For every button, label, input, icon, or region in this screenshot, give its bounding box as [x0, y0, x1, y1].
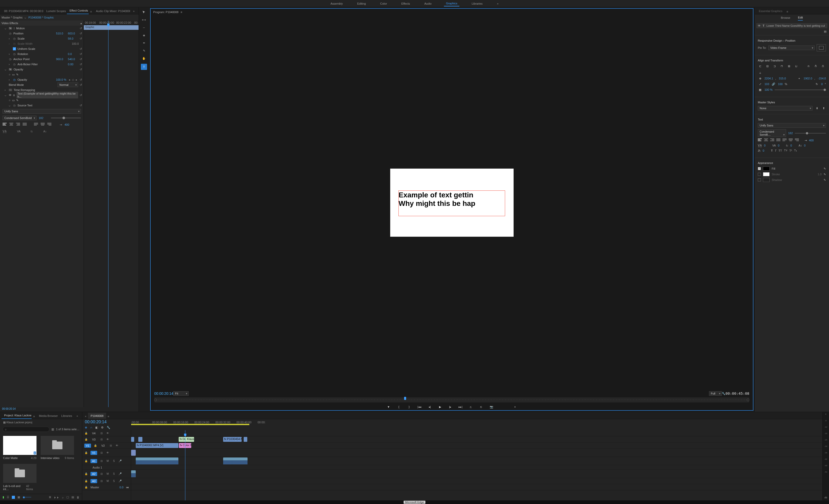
collapse-icon[interactable]: ⏮ [126, 486, 129, 489]
text-bounding-box[interactable]: Example of text gettin Why might this be… [398, 190, 505, 216]
solo-icon[interactable]: S [112, 460, 116, 462]
shadow-checkbox[interactable] [758, 178, 761, 181]
mark-in-icon[interactable]: { [397, 404, 401, 409]
fill-swatch[interactable] [763, 167, 770, 171]
flicker-value[interactable]: 0.00 [68, 63, 78, 66]
master-style-dropdown[interactable]: None [758, 106, 813, 110]
eg-font-size[interactable]: 182 [788, 132, 793, 135]
reset-icon[interactable]: ↺ [80, 47, 82, 50]
fill-checkbox[interactable]: ✓ [758, 167, 761, 170]
baseline-val[interactable]: 0 [804, 144, 805, 147]
eyedropper-icon[interactable]: ✎ [824, 167, 826, 170]
position-x[interactable]: 510.0 [56, 32, 66, 35]
prev-keyframe-icon[interactable]: ◂ [68, 78, 71, 81]
align-bottom-edges-icon[interactable]: ⊔ [794, 64, 798, 68]
clip[interactable] [131, 437, 134, 442]
opacity-slider[interactable] [774, 89, 826, 90]
tabs-overflow-icon[interactable]: » [131, 8, 137, 14]
settings-icon[interactable]: ⚙ [101, 426, 104, 429]
fx-badge[interactable]: fx [9, 27, 12, 30]
va-kerning-icon[interactable]: V̲A̲ [758, 144, 762, 147]
panel-menu-icon[interactable]: ≡ [107, 414, 110, 419]
master-label[interactable]: Master [91, 486, 99, 489]
kerning-va-icon[interactable]: V̲A̲ [3, 130, 7, 133]
collapse-up-icon[interactable]: ▴ [80, 22, 82, 25]
anch-x[interactable]: 1902.0 [803, 77, 812, 80]
canvas-text-line1[interactable]: Example of text gettin [399, 191, 505, 200]
new-layer-icon[interactable]: ▤ [824, 30, 826, 33]
twirl-icon[interactable]: › [9, 78, 11, 81]
scale-h[interactable]: 103 [764, 82, 769, 85]
size-slider[interactable] [51, 117, 81, 118]
text-layer-label[interactable]: Text (Example of text gettingWhy might t… [16, 92, 78, 99]
track-label-v1[interactable]: V1 [91, 451, 97, 455]
lock-icon[interactable]: 🔒 [84, 438, 88, 441]
horizontal-center-icon[interactable]: ↔ [142, 25, 146, 30]
tabs-overflow-icon[interactable]: » [74, 413, 80, 419]
program-canvas[interactable]: Example of text gettin Why might this be… [390, 169, 514, 237]
list-view-icon[interactable]: ☰ [7, 496, 9, 499]
pull-style-icon[interactable]: ⬆ [821, 106, 826, 110]
tab-libraries[interactable]: Libraries [59, 413, 73, 419]
bin-item[interactable]: ■ Color Matte4:29 [3, 436, 36, 460]
eyedropper-icon[interactable]: ✎ [824, 173, 826, 176]
extract-icon[interactable]: ⎋ [479, 404, 483, 409]
track-label-v4[interactable]: V4 [91, 431, 97, 435]
workspace-assembly[interactable]: Assembly [328, 1, 345, 6]
uniform-scale-checkbox[interactable]: ✓ [13, 47, 16, 50]
text-justify-icon[interactable] [776, 139, 781, 142]
eg-browse-tab[interactable]: Browse [781, 16, 790, 20]
track-output-icon[interactable]: ⊟ [100, 460, 103, 462]
track-output-icon[interactable]: ⊟ [100, 479, 103, 482]
stopwatch-icon[interactable]: ◷ [13, 37, 16, 40]
mask-rect-icon[interactable]: ▭ [12, 73, 15, 76]
track-v4[interactable] [131, 430, 822, 436]
tab-effect-controls[interactable]: Effect Controls [67, 7, 88, 14]
tab-media-browser[interactable]: Media Browser [36, 413, 58, 419]
stopwatch-icon[interactable]: ◷ [13, 42, 16, 45]
play-icon[interactable]: ▶ [438, 404, 442, 409]
sort-icon[interactable]: ≣ [49, 496, 51, 499]
reset-icon[interactable]: ↺ [80, 78, 82, 81]
pos-y[interactable]: 315.0 [779, 77, 786, 80]
track-label-v2[interactable]: V2 [100, 443, 106, 448]
clip[interactable] [244, 437, 247, 442]
motion-label[interactable]: Motion [16, 27, 78, 30]
track-a1-expand[interactable] [131, 465, 822, 470]
bin-name[interactable]: Interview video [41, 457, 59, 460]
sequence-tab[interactable]: P1040008 [88, 413, 106, 419]
bin-name[interactable]: Color Matte [3, 457, 18, 460]
trash-icon[interactable]: 🗑 [77, 496, 79, 499]
lock-icon[interactable]: 🔒 [84, 451, 88, 454]
text-justify-c-icon[interactable] [789, 139, 793, 142]
stroke-swatch[interactable] [763, 172, 770, 176]
current-timecode[interactable]: 00:00:20:14 [154, 391, 173, 396]
step-forward-icon[interactable]: |▸ [448, 404, 453, 409]
lock-icon[interactable]: 🔒 [84, 472, 88, 475]
clip-audio[interactable] [223, 458, 248, 464]
track-master[interactable] [131, 484, 822, 491]
twirl-icon[interactable]: › [9, 52, 11, 56]
baseline-icon[interactable]: A↕ [799, 144, 802, 147]
bin-thumb[interactable] [3, 464, 36, 483]
sequence-clip-link[interactable]: P1040008 * Graphic [29, 16, 54, 19]
stopwatch-icon[interactable]: ◷ [9, 32, 12, 35]
eye-icon[interactable]: 👁 [115, 444, 119, 447]
lock-icon[interactable]: 🔒 [84, 432, 88, 435]
track-a3[interactable] [131, 478, 822, 484]
mask-rect-icon[interactable]: ▭ [12, 99, 15, 102]
mask-ellipse-icon[interactable]: ○ [9, 99, 10, 102]
reset-icon[interactable]: ↺ [80, 58, 82, 61]
bin-thumb[interactable] [41, 436, 74, 455]
step-back-icon[interactable]: ◂| [428, 404, 432, 409]
voice-over-icon[interactable]: 🎤 [118, 460, 122, 462]
tracking-val[interactable]: 0 [778, 144, 780, 147]
tab-lumetri[interactable]: Lumetri Scopes [44, 8, 66, 14]
eg-font-dropdown[interactable]: Unify Sans [758, 123, 826, 128]
text-align-center-icon[interactable] [764, 139, 768, 142]
solo-icon[interactable]: S [112, 472, 116, 475]
align-justify-right-icon[interactable] [47, 123, 51, 127]
clip[interactable] [138, 437, 142, 442]
eye-icon[interactable]: 👁 [9, 94, 11, 97]
lock-icon[interactable]: 🔒 [94, 444, 97, 447]
